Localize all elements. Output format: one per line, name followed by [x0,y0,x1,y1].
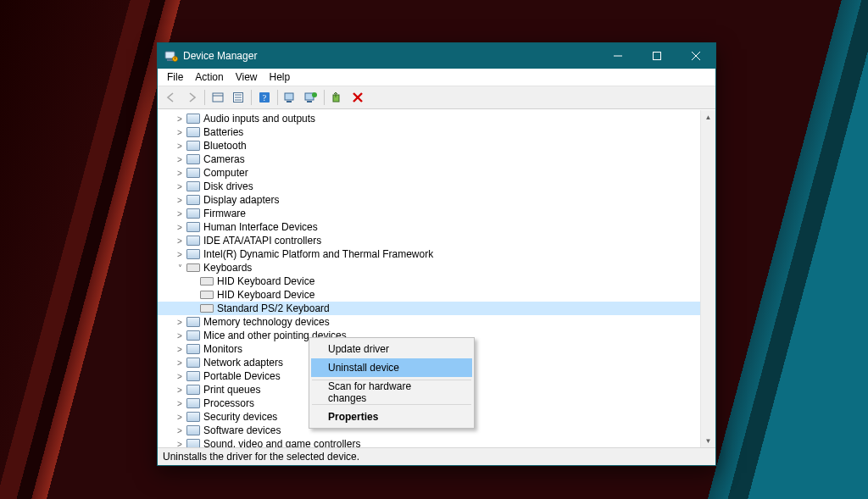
expand-icon[interactable]: > [175,223,185,232]
toolbar-scan-button[interactable] [281,88,300,107]
toolbar-uninstall-button[interactable] [348,88,367,107]
expand-icon[interactable]: > [175,413,185,422]
expand-icon[interactable]: > [175,250,185,259]
expand-icon[interactable]: > [175,318,185,327]
tree-category-label: Security devices [203,411,277,423]
context-menu-item[interactable]: Scan for hardware changes [311,383,472,402]
tree-category[interactable]: >Display adapters [158,193,715,207]
context-menu-item[interactable]: Properties [311,408,472,426]
tree-category-label: Bluetooth [203,140,247,152]
vertical-scrollbar[interactable]: ▲ ▼ [700,110,715,448]
collapse-icon[interactable]: ˅ [175,263,185,273]
tree-category-label: Memory technology devices [203,316,330,328]
toolbar-help-button[interactable]: ? [255,88,274,107]
security-icon [186,410,200,424]
svg-text:?: ? [263,93,267,103]
expand-icon[interactable]: > [175,385,185,395]
nav-forward-button[interactable] [182,88,201,107]
expand-icon[interactable]: > [175,155,185,164]
computer-icon [186,166,200,180]
scroll-down-button[interactable]: ▼ [701,434,715,448]
tree-category-label: Audio inputs and outputs [203,113,315,125]
scroll-up-button[interactable]: ▲ [701,110,715,125]
tree-device-label: HID Keyboard Device [217,289,314,301]
keyboard-icon [200,274,214,288]
monitors-icon [186,342,200,356]
tree-category[interactable]: >Memory technology devices [158,315,715,329]
expand-icon[interactable]: > [175,399,185,408]
tree-device-label: Standard PS/2 Keyboard [217,302,330,314]
hid-icon [186,220,200,234]
firmware-icon [186,207,200,220]
expand-icon[interactable]: > [175,209,185,219]
tree-category[interactable]: >Disk drives [158,180,715,193]
tree-device[interactable]: Standard PS/2 Keyboard [158,302,715,315]
toolbar-enable-button[interactable] [328,88,347,107]
tree-device-label: HID Keyboard Device [217,275,314,287]
tree-device[interactable]: HID Keyboard Device [158,288,715,302]
expand-icon[interactable]: > [175,372,185,381]
expand-icon[interactable]: > [175,141,185,151]
tree-category[interactable]: >Audio inputs and outputs [158,112,715,125]
tree-category[interactable]: >Human Interface Devices [158,220,715,234]
nav-back-button[interactable] [162,88,181,107]
expand-icon[interactable]: > [175,196,185,205]
expand-icon[interactable]: > [175,114,185,124]
toolbar-update-button[interactable] [302,88,320,107]
tree-category-label: Keyboards [203,262,252,274]
menu-file[interactable]: File [161,70,189,84]
expand-icon[interactable]: > [175,331,185,341]
context-menu[interactable]: Update driverUninstall deviceScan for ha… [309,337,475,429]
svg-rect-9 [213,93,223,102]
tree-category-label: Cameras [203,153,245,165]
minimize-button[interactable] [598,43,637,69]
tree-category[interactable]: >Computer [158,166,715,180]
display-icon [186,193,200,207]
svg-rect-1 [167,59,173,61]
ide-icon [186,234,200,247]
titlebar[interactable]: Device Manager [158,43,715,69]
network-icon [186,356,200,369]
tree-category[interactable]: >Bluetooth [158,139,715,152]
maximize-button[interactable] [637,43,676,69]
context-menu-item[interactable]: Update driver [311,340,472,358]
tree-category[interactable]: >Batteries [158,125,715,139]
toolbar-separator [324,90,325,105]
window-title: Device Manager [183,43,598,69]
tree-category-label: Computer [203,167,248,179]
print-icon [186,383,200,396]
menu-action[interactable]: Action [189,70,229,84]
tree-category-label: IDE ATA/ATAPI controllers [203,235,321,247]
expand-icon[interactable]: > [175,236,185,246]
svg-rect-17 [285,93,293,100]
expand-icon[interactable]: > [175,345,185,354]
tree-category[interactable]: >Intel(R) Dynamic Platform and Thermal F… [158,247,715,261]
expand-icon[interactable]: > [175,358,185,368]
menu-help[interactable]: Help [264,70,297,84]
toolbar-separator [277,90,278,105]
tree-device[interactable]: HID Keyboard Device [158,274,715,288]
expand-icon[interactable]: > [175,169,185,178]
svg-rect-6 [654,53,661,60]
tree-category[interactable]: >IDE ATA/ATAPI controllers [158,234,715,247]
expand-icon[interactable]: > [175,128,185,137]
tree-category-label: Software devices [203,424,281,436]
context-menu-separator [312,404,471,405]
svg-rect-20 [307,101,312,103]
bluetooth-icon [186,139,200,152]
tree-category-label: Monitors [203,343,242,355]
context-menu-item[interactable]: Uninstall device [311,358,472,377]
memory-icon [186,315,200,329]
tree-category[interactable]: ˅Keyboards [158,261,715,274]
device-manager-window: Device Manager File Action View Help [157,42,716,466]
tree-category-label: Disk drives [203,180,253,192]
tree-category[interactable]: >Cameras [158,152,715,166]
expand-icon[interactable]: > [175,182,185,191]
toolbar-show-hidden-button[interactable] [209,88,227,107]
keyboard-icon [186,261,200,274]
tree-category[interactable]: >Firmware [158,207,715,220]
expand-icon[interactable]: > [175,426,185,435]
menu-view[interactable]: View [230,70,264,84]
close-button[interactable] [676,43,715,69]
toolbar-properties-button[interactable] [229,88,248,107]
